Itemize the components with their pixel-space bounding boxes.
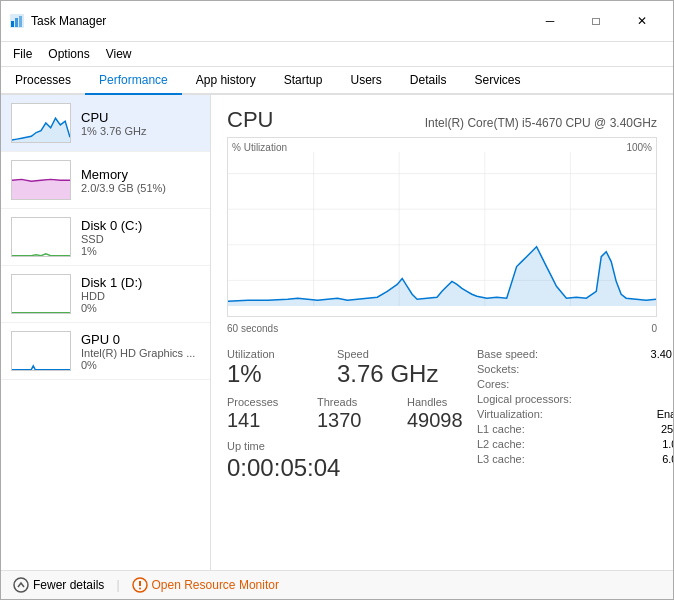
uptime-section: Up time 0:00:05:04: [227, 440, 477, 482]
handles-value: 49098: [407, 410, 477, 430]
base-speed-label: Base speed:: [477, 348, 538, 360]
tab-details[interactable]: Details: [396, 67, 461, 95]
info-table: Base speed: 3.40 GHz Sockets: 1 Cores: 4: [477, 348, 673, 465]
svg-marker-19: [228, 247, 656, 306]
menu-file[interactable]: File: [5, 44, 40, 64]
l2-label: L2 cache:: [477, 438, 525, 450]
disk1-title: Disk 1 (D:): [81, 275, 200, 290]
fewer-details-label: Fewer details: [33, 578, 104, 592]
main-title: CPU: [227, 107, 273, 133]
tab-performance[interactable]: Performance: [85, 67, 182, 95]
threads-value: 1370: [317, 410, 387, 430]
memory-title: Memory: [81, 167, 200, 182]
window-title: Task Manager: [31, 14, 106, 28]
svg-rect-10: [12, 332, 70, 371]
tab-users[interactable]: Users: [336, 67, 395, 95]
content-area: CPU 1% 3.76 GHz Memory 2.0/3.9 GB (51%): [1, 95, 673, 570]
l2-val: 1.0 MB: [662, 438, 673, 450]
stats-row-2: Processes 141 Threads 1370 Handles 49098: [227, 396, 477, 430]
l1-val: 256 KB: [661, 423, 673, 435]
cpu-mini-chart: [11, 103, 71, 143]
minimize-button[interactable]: ─: [527, 7, 573, 35]
close-button[interactable]: ✕: [619, 7, 665, 35]
disk0-info: Disk 0 (C:) SSD 1%: [81, 218, 200, 257]
cpu-chart: % Utilization 100%: [227, 137, 657, 317]
monitor-label: Open Resource Monitor: [152, 578, 279, 592]
speed-stat: Speed 3.76 GHz: [337, 348, 438, 386]
memory-subtitle: 2.0/3.9 GB (51%): [81, 182, 200, 194]
uptime-label: Up time: [227, 440, 477, 452]
gpu0-title: GPU 0: [81, 332, 200, 347]
menu-view[interactable]: View: [98, 44, 140, 64]
maximize-button[interactable]: □: [573, 7, 619, 35]
svg-point-23: [139, 588, 141, 590]
processes-value: 141: [227, 410, 297, 430]
info-base-speed: Base speed: 3.40 GHz: [477, 348, 673, 360]
sockets-label: Sockets:: [477, 363, 519, 375]
svg-rect-1: [11, 21, 14, 27]
memory-info: Memory 2.0/3.9 GB (51%): [81, 167, 200, 194]
tab-services[interactable]: Services: [461, 67, 535, 95]
uptime-value: 0:00:05:04: [227, 454, 477, 482]
cpu-info: CPU 1% 3.76 GHz: [81, 110, 200, 137]
tab-startup[interactable]: Startup: [270, 67, 337, 95]
utilization-label: Utilization: [227, 348, 307, 360]
menu-options[interactable]: Options: [40, 44, 97, 64]
svg-point-20: [14, 578, 28, 592]
disk0-title: Disk 0 (C:): [81, 218, 200, 233]
sidebar-item-gpu0[interactable]: GPU 0 Intel(R) HD Graphics ... 0%: [1, 323, 210, 380]
sidebar-item-disk0[interactable]: Disk 0 (C:) SSD 1%: [1, 209, 210, 266]
gpu0-info: GPU 0 Intel(R) HD Graphics ... 0%: [81, 332, 200, 371]
gpu0-subtitle: Intel(R) HD Graphics ...: [81, 347, 200, 359]
open-resource-monitor-button[interactable]: Open Resource Monitor: [132, 577, 279, 593]
processes-label: Processes: [227, 396, 297, 408]
chart-x-labels: 60 seconds 0: [227, 321, 657, 336]
tab-processes[interactable]: Processes: [1, 67, 85, 95]
sidebar-item-disk1[interactable]: Disk 1 (D:) HDD 0%: [1, 266, 210, 323]
stats-left: Utilization 1% Speed 3.76 GHz Processes …: [227, 348, 477, 492]
stats-right: Base speed: 3.40 GHz Sockets: 1 Cores: 4: [477, 348, 673, 492]
handles-label: Handles: [407, 396, 477, 408]
info-sockets: Sockets: 1: [477, 363, 673, 375]
l1-label: L1 cache:: [477, 423, 525, 435]
disk1-subtitle: HDD: [81, 290, 200, 302]
info-logical: Logical processors: 4: [477, 393, 673, 405]
disk0-mini-chart: [11, 217, 71, 257]
chart-y-label: % Utilization: [232, 142, 287, 153]
task-manager-window: Task Manager ─ □ ✕ File Options View Pro…: [0, 0, 674, 600]
menu-bar: File Options View: [1, 42, 673, 67]
disk1-mini-chart: [11, 274, 71, 314]
info-l1: L1 cache: 256 KB: [477, 423, 673, 435]
virt-val: Enabled: [657, 408, 673, 420]
disk1-value: 0%: [81, 302, 200, 314]
cpu-subtitle: 1% 3.76 GHz: [81, 125, 200, 137]
disk0-value: 1%: [81, 245, 200, 257]
base-speed-val: 3.40 GHz: [651, 348, 673, 360]
logical-label: Logical processors:: [477, 393, 572, 405]
svg-marker-7: [12, 179, 70, 199]
cores-label: Cores:: [477, 378, 509, 390]
disk0-subtitle: SSD: [81, 233, 200, 245]
tab-bar: Processes Performance App history Startu…: [1, 67, 673, 95]
sidebar-item-memory[interactable]: Memory 2.0/3.9 GB (51%): [1, 152, 210, 209]
chart-y-max: 100%: [626, 142, 652, 153]
memory-mini-chart: [11, 160, 71, 200]
sidebar: CPU 1% 3.76 GHz Memory 2.0/3.9 GB (51%): [1, 95, 211, 570]
cpu-title: CPU: [81, 110, 200, 125]
utilization-stat: Utilization 1%: [227, 348, 307, 386]
fewer-details-button[interactable]: Fewer details: [13, 577, 104, 593]
svg-rect-2: [15, 18, 18, 27]
main-header: CPU Intel(R) Core(TM) i5-4670 CPU @ 3.40…: [227, 107, 657, 133]
info-virt: Virtualization: Enabled: [477, 408, 673, 420]
gpu0-value: 0%: [81, 359, 200, 371]
chart-x-right: 0: [651, 323, 657, 334]
chart-x-left: 60 seconds: [227, 323, 278, 334]
monitor-icon: [132, 577, 148, 593]
disk1-info: Disk 1 (D:) HDD 0%: [81, 275, 200, 314]
processes-stat: Processes 141: [227, 396, 297, 430]
speed-value: 3.76 GHz: [337, 362, 438, 386]
sidebar-item-cpu[interactable]: CPU 1% 3.76 GHz: [1, 95, 210, 152]
chevron-up-icon: [13, 577, 29, 593]
tab-app-history[interactable]: App history: [182, 67, 270, 95]
footer-divider: |: [116, 578, 119, 592]
